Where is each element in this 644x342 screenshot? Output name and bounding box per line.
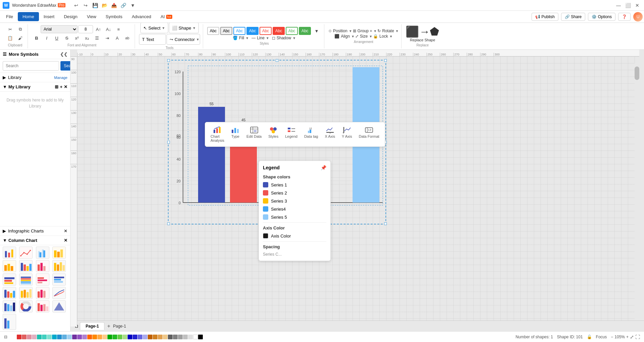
text-align-button[interactable]: ≡ [114,25,123,33]
chart-thumb-1[interactable] [3,247,16,259]
palette-swatch-21[interactable] [123,335,127,339]
x-axis-tool[interactable]: X X Axis [322,125,338,144]
undo-button[interactable]: ↩ [72,1,80,9]
chart-thumb-18[interactable] [19,300,33,312]
palette-swatch-0[interactable] [17,335,21,339]
infographic-close-icon[interactable]: ✕ [64,228,67,233]
palette-swatch-36[interactable] [198,335,203,339]
palette-swatch-31[interactable] [173,335,178,339]
share-qr-button[interactable]: 🔗 [119,1,127,9]
chart-thumb-9[interactable] [3,273,16,286]
scrollbar-vertical[interactable] [635,63,639,327]
chart-thumb-12[interactable] [52,273,66,286]
zoom-out-button[interactable]: − [611,335,613,339]
type-tool[interactable]: Type [228,125,242,144]
search-button[interactable]: Search [60,61,71,71]
subscript-button[interactable]: x₂ [82,34,92,42]
style-5-button[interactable]: Abc [260,27,272,35]
replace-shape-button[interactable]: ⬛→⬟ Replace Shape [406,25,439,42]
palette-swatch-26[interactable] [148,335,152,339]
search-input[interactable] [3,61,59,71]
panel-collapse-button[interactable]: ❮❮ [60,52,67,57]
page-view-icon[interactable]: ⊟ [4,335,7,339]
palette-swatch-6[interactable] [47,335,52,339]
palette-swatch-14[interactable] [87,335,92,339]
line-button[interactable]: — Line ▼ [251,36,269,40]
chart-thumb-4[interactable] [52,247,66,259]
font-family-select[interactable]: Arial [41,25,78,33]
palette-swatch-20[interactable] [118,335,122,339]
fill-button[interactable]: 🪣 Fill ▼ [233,36,249,40]
superscript-button[interactable]: x² [72,34,82,42]
chart-thumb-13[interactable] [3,287,16,299]
minimize-button[interactable]: — [614,1,623,9]
connector-button[interactable]: ⤳ Connector ▼ [167,34,200,45]
palette-swatch-29[interactable] [163,335,168,339]
chart-thumb-16[interactable] [52,287,66,299]
indent-button[interactable]: ⇥ [102,34,112,42]
style-3-button[interactable]: Abc [233,27,245,35]
position-button[interactable]: ⊹ Position ▼ [328,29,352,33]
palette-swatch-15[interactable] [92,335,97,339]
chart-thumb-5[interactable] [3,260,16,272]
tab-add-button[interactable]: + [107,323,110,329]
chart-thumb-19[interactable] [36,300,49,312]
palette-swatch-28[interactable] [158,335,163,339]
palette-swatch-22[interactable] [128,335,132,339]
palette-swatch-16[interactable] [97,335,102,339]
chart-thumb-17[interactable] [3,300,16,312]
palette-swatch-5[interactable] [42,335,47,339]
palette-swatch-33[interactable] [183,335,188,339]
help-button[interactable]: ❓ [618,13,631,21]
chart-thumb-14[interactable] [19,287,33,299]
chart-thumb-10[interactable] [19,273,33,286]
palette-swatch-11[interactable] [72,335,77,339]
chart-thumb-6[interactable] [19,260,33,272]
menu-file[interactable]: File [1,12,18,21]
lock-button[interactable]: 🔒 Lock ▼ [373,34,393,39]
bold-button[interactable]: B [32,34,41,42]
select-button[interactable]: ↖ Select ▼ [140,23,168,33]
palette-swatch-13[interactable] [82,335,87,339]
paste-button[interactable]: 📋 [5,34,15,42]
column-chart-row[interactable]: ▼ Column Chart ✕ [0,236,70,245]
legend-pin-button[interactable]: 📌 [321,165,326,170]
palette-swatch-8[interactable] [57,335,62,339]
my-library-close-icon[interactable]: ✕ [64,84,67,89]
menu-design[interactable]: Design [59,12,82,21]
size-button[interactable]: ⤢ Size ▼ [355,34,372,39]
rotate-button[interactable]: ↻ Rotate ▼ [377,29,399,33]
zoom-in-button[interactable]: + [626,335,629,339]
palette-swatch-34[interactable] [188,335,193,339]
column-chart-close-icon[interactable]: ✕ [64,238,67,243]
palette-swatch-12[interactable] [77,335,82,339]
text-button[interactable]: T Text [139,34,166,45]
group-button[interactable]: ⊞ Group = ▼ [353,29,377,33]
chart-thumb-3[interactable] [36,247,49,259]
chart-thumb-2[interactable] [19,247,33,259]
manage-button[interactable]: Manage [54,76,67,80]
chart-analysis-tool[interactable]: ChartAnalysis [208,125,227,144]
zoom-fullscreen-button[interactable]: ⛶ [635,334,640,340]
tab-page1[interactable]: Page-1 [80,322,104,330]
data-format-tool[interactable]: 1.0 Data Format [356,125,382,144]
palette-swatch-30[interactable] [168,335,173,339]
infographic-charts-row[interactable]: ▶ Infographic Charts ✕ [0,226,70,236]
font-increase-button[interactable]: A↑ [94,25,103,33]
my-library-window-icon[interactable]: ⊞ [55,84,58,89]
italic-button[interactable]: I [42,34,51,42]
menu-insert[interactable]: Insert [39,12,59,21]
palette-swatch-10[interactable] [67,335,72,339]
style-2-button[interactable]: Abc [220,27,232,35]
font-size-input[interactable] [78,25,93,33]
maximize-button[interactable]: ⬜ [624,1,632,9]
palette-swatch-35[interactable] [193,335,198,339]
palette-swatch-7[interactable] [52,335,57,339]
font-decrease-button[interactable]: A↓ [104,25,113,33]
style-1-button[interactable]: Abc [207,27,219,35]
underline-button[interactable]: U [52,34,61,42]
palette-swatch-24[interactable] [138,335,142,339]
save-button[interactable]: 💾 [91,1,99,9]
bullet-button[interactable]: ☰ [92,34,102,42]
palette-swatch-32[interactable] [178,335,183,339]
